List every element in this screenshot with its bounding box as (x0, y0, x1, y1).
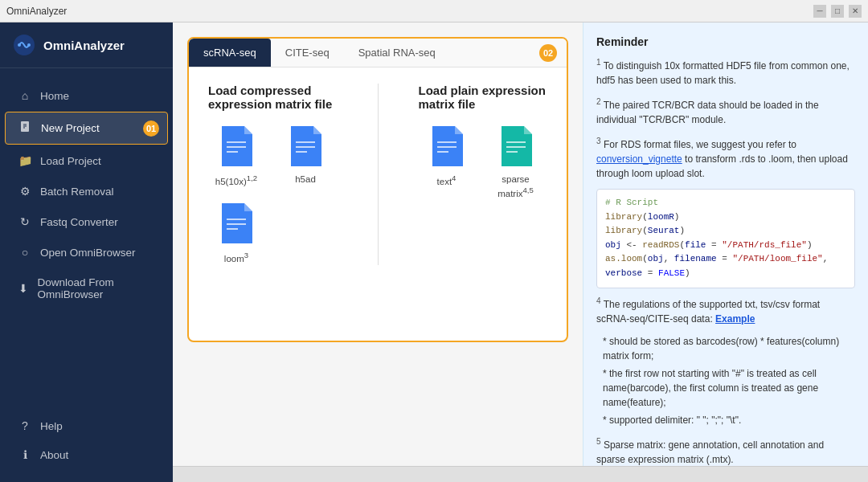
footnote-5: 5 Sparse matrix: gene annotation, cell a… (596, 435, 855, 466)
sidebar-item-label-help: Help (40, 420, 63, 432)
bullet-2: * the first row not starting with "#" is… (603, 366, 855, 410)
reminder-panel: Reminder 1 To distinguish 10x formatted … (583, 22, 868, 466)
sidebar-item-fastq-converter[interactable]: ↻ Fastq Converter (5, 207, 168, 236)
tab-header: scRNA-seq CITE-seq Spatial RNA-seq 02 (189, 39, 567, 67)
text-label: text4 (437, 174, 457, 188)
about-icon: ℹ (18, 448, 32, 461)
app-container: OmniAnalyzer ⌂ Home New Project (0, 22, 868, 482)
code-line-1: library(loomR) (605, 210, 846, 225)
code-line-3: obj <- readRDS(file = "/PATH/rds_file") (605, 239, 846, 253)
reminder-bullets: * should be stored as barcodes(row) * fe… (596, 334, 855, 427)
file-icon-loom[interactable]: loom3 (208, 201, 264, 265)
file-section-plain: Load plain expression matrix file (419, 84, 548, 265)
sidebar-item-label-open-omnibrowser: Open OmniBrowser (40, 247, 136, 259)
text-icon-box (428, 124, 466, 169)
sidebar-item-load-project[interactable]: 📁 Load Project (5, 146, 168, 175)
download-icon: ⬇ (18, 282, 30, 295)
file-icon-text[interactable]: text4 (419, 124, 475, 200)
sidebar: OmniAnalyzer ⌂ Home New Project (0, 22, 173, 482)
tab-scrna-seq[interactable]: scRNA-seq (189, 39, 271, 67)
h5-10x-icon-box (217, 124, 256, 169)
file-icon-h5-10x[interactable]: h5(10x)1,2 (208, 124, 264, 188)
example-link[interactable]: Example (715, 313, 755, 325)
file-icon-h5ad[interactable]: h5ad (277, 124, 334, 188)
sidebar-item-label-fastq: Fastq Converter (40, 216, 118, 228)
batch-removal-icon: ⚙ (18, 185, 32, 198)
bottom-bar (173, 466, 868, 482)
sidebar-item-label-load-project: Load Project (40, 155, 101, 167)
code-line-4: as.loom(obj, filename = "/PATH/loom_file… (605, 252, 846, 280)
sidebar-item-label-new-project: New Project (41, 122, 100, 134)
code-block: # R Script library(loomR) library(Seurat… (596, 189, 855, 288)
reminder-text-3a: For RDS format files, we suggest you ref… (604, 139, 796, 150)
code-line-2: library(Seurat) (605, 224, 846, 239)
sidebar-logo: OmniAnalyzer (0, 22, 173, 68)
sidebar-item-help[interactable]: ? Help (5, 411, 168, 440)
reminder-item-4: 4 The regulations of the supported txt, … (596, 295, 855, 326)
h5-10x-doc-icon (219, 125, 254, 168)
tab-cite-seq[interactable]: CITE-seq (271, 39, 344, 67)
file-sections: Load compressed expression matrix file (208, 84, 547, 265)
window-controls: ─ □ ✕ (813, 5, 862, 18)
reminder-item-2: 2 The paired TCR/BCR data should be load… (596, 96, 855, 127)
sidebar-nav: ⌂ Home New Project 01 📁 L (0, 68, 173, 402)
sidebar-bottom: ? Help ℹ About (0, 402, 173, 482)
content-area: scRNA-seq CITE-seq Spatial RNA-seq 02 Lo… (173, 22, 868, 466)
sidebar-item-about[interactable]: ℹ About (5, 440, 168, 469)
file-section-divider (378, 84, 379, 265)
loom-icon-box (217, 201, 256, 246)
close-button[interactable]: ✕ (849, 5, 862, 18)
new-project-icon (18, 120, 33, 136)
svg-point-2 (27, 43, 31, 47)
sidebar-item-open-omnibrowser[interactable]: ○ Open OmniBrowser (5, 238, 168, 267)
new-project-badge: 01 (143, 120, 159, 137)
sidebar-item-label-about: About (40, 449, 68, 461)
reminder-item-3: 3 For RDS format files, we suggest you r… (596, 135, 855, 181)
reminder-text-2: The paired TCR/BCR data should be loaded… (596, 100, 819, 125)
file-icons-grid-2: text4 (419, 124, 548, 200)
sidebar-item-home[interactable]: ⌂ Home (5, 81, 168, 110)
h5-10x-label: h5(10x)1,2 (215, 174, 257, 188)
file-section-1-title: Load compressed expression matrix file (208, 84, 338, 111)
loom-label: loom3 (224, 251, 248, 265)
reminder-text-1: To distinguish 10x formatted HDF5 file f… (596, 60, 850, 86)
text-doc-icon (429, 125, 465, 168)
sidebar-item-label-batch-removal: Batch Removal (40, 186, 114, 198)
bullet-3: * supported delimiter: " "; ";"; "\t". (603, 413, 855, 427)
h5ad-icon-box (286, 124, 325, 169)
fastq-icon: ↻ (18, 215, 32, 228)
bullet-1: * should be stored as barcodes(row) * fe… (603, 334, 855, 363)
file-section-2-title: Load plain expression matrix file (419, 84, 548, 111)
file-icon-sparse-matrix[interactable]: sparse matrix4,5 (488, 124, 544, 200)
file-section-compressed: Load compressed expression matrix file (208, 84, 338, 265)
sparse-matrix-label: sparse matrix4,5 (488, 174, 544, 200)
file-icons-grid-1: h5(10x)1,2 (208, 124, 338, 265)
reminder-title: Reminder (596, 35, 855, 48)
minimize-button[interactable]: ─ (813, 5, 826, 18)
home-icon: ⌂ (18, 89, 32, 102)
sidebar-logo-text: OmniAnalyzer (43, 39, 125, 52)
sparse-matrix-icon-box (497, 124, 535, 169)
sidebar-item-batch-removal[interactable]: ⚙ Batch Removal (5, 177, 168, 206)
svg-point-1 (18, 43, 21, 47)
sidebar-item-download-omnibrowser[interactable]: ⬇ Download From OmniBrowser (5, 268, 168, 308)
tab-content: Load compressed expression matrix file (189, 67, 567, 281)
reminder-item-1: 1 To distinguish 10x formatted HDF5 file… (596, 56, 855, 88)
app-logo-icon (13, 34, 35, 56)
load-project-icon: 📁 (18, 154, 32, 167)
tab-card: scRNA-seq CITE-seq Spatial RNA-seq 02 Lo… (187, 37, 568, 342)
main-content: scRNA-seq CITE-seq Spatial RNA-seq 02 Lo… (173, 22, 868, 482)
tab-badge: 02 (539, 44, 557, 62)
h5ad-doc-icon (288, 125, 323, 168)
code-comment: # R Script (605, 196, 846, 210)
center-panel: scRNA-seq CITE-seq Spatial RNA-seq 02 Lo… (173, 22, 583, 466)
sidebar-item-label-home: Home (40, 90, 69, 102)
help-icon: ? (18, 419, 32, 432)
tab-spatial-rna-seq[interactable]: Spatial RNA-seq (344, 39, 450, 67)
app-title: OmniAnalyzer (6, 6, 813, 17)
sidebar-item-new-project[interactable]: New Project 01 (5, 112, 168, 145)
title-bar: OmniAnalyzer ─ □ ✕ (0, 0, 868, 22)
maximize-button[interactable]: □ (831, 5, 844, 18)
conversion-vignette-link[interactable]: conversion_vignette (596, 153, 682, 165)
sparse-doc-icon (498, 125, 534, 168)
